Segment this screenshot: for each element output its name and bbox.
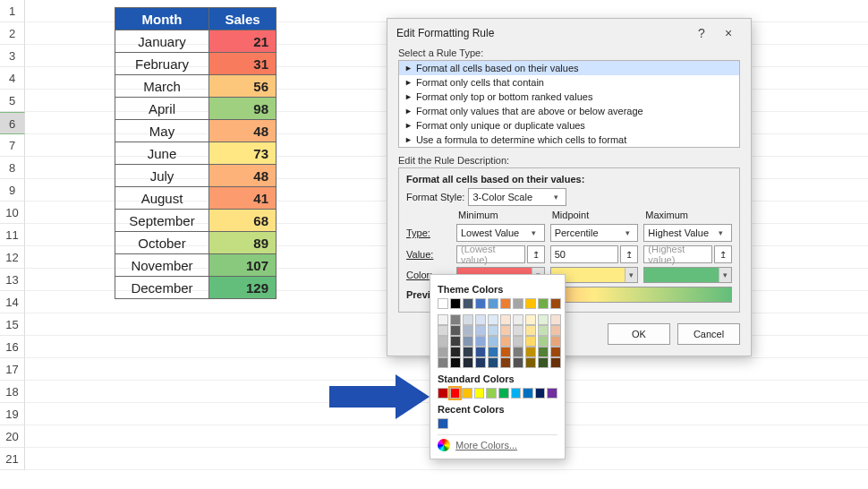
cancel-button[interactable]: Cancel [677, 323, 740, 345]
color-swatch[interactable] [550, 336, 561, 347]
color-swatch[interactable] [450, 314, 461, 325]
color-swatch[interactable] [511, 388, 522, 399]
table-row[interactable]: June73 [115, 142, 277, 165]
cell-sales[interactable]: 56 [209, 75, 277, 98]
color-swatch[interactable] [498, 388, 509, 399]
color-swatch[interactable] [463, 357, 473, 368]
color-swatch[interactable] [513, 347, 523, 357]
cell-sales[interactable]: 68 [209, 210, 277, 232]
rule-type-item[interactable]: ►Format only top or bottom ranked values [399, 90, 739, 104]
rule-type-item[interactable]: ►Format only values that are above or be… [399, 104, 739, 118]
color-swatch[interactable] [438, 347, 448, 357]
cell-month[interactable]: January [115, 30, 209, 53]
color-swatch[interactable] [513, 314, 523, 325]
color-swatch[interactable] [525, 336, 536, 347]
row-header[interactable]: 9 [0, 179, 25, 202]
color-swatch[interactable] [538, 347, 549, 357]
row-header[interactable]: 21 [0, 448, 25, 470]
color-swatch[interactable] [488, 357, 498, 368]
color-swatch[interactable] [513, 325, 523, 336]
row-header[interactable]: 19 [0, 403, 25, 425]
color-swatch[interactable] [463, 325, 473, 336]
color-swatch[interactable] [513, 336, 523, 347]
rule-type-list[interactable]: ►Format all cells based on their values►… [398, 60, 740, 148]
color-swatch[interactable] [438, 314, 448, 325]
color-swatch[interactable] [438, 298, 448, 309]
color-swatch[interactable] [547, 388, 557, 399]
color-swatch[interactable] [475, 336, 486, 347]
cell-month[interactable]: November [115, 254, 209, 277]
color-swatch[interactable] [463, 298, 473, 309]
cell-month[interactable]: May [115, 120, 209, 142]
color-swatch[interactable] [463, 314, 473, 325]
cell-sales[interactable]: 41 [209, 187, 277, 210]
row-header[interactable]: 10 [0, 202, 25, 224]
row-header[interactable]: 8 [0, 157, 25, 179]
color-swatch[interactable] [463, 336, 473, 347]
table-row[interactable]: November107 [115, 254, 277, 277]
row-header[interactable]: 18 [0, 381, 25, 403]
table-row[interactable]: May48 [115, 120, 277, 142]
cell-sales[interactable]: 73 [209, 142, 277, 165]
color-swatch[interactable] [525, 347, 536, 357]
color-swatch[interactable] [525, 314, 536, 325]
format-style-combo[interactable]: 3-Color Scale▾ [468, 188, 566, 206]
row-header[interactable]: 4 [0, 67, 25, 90]
row-header[interactable]: 15 [0, 313, 25, 336]
table-row[interactable]: July48 [115, 165, 277, 187]
close-button[interactable]: × [715, 26, 742, 40]
color-swatch[interactable] [450, 298, 461, 309]
color-swatch[interactable] [550, 347, 561, 357]
row-header[interactable]: 7 [0, 134, 25, 157]
type-max-combo[interactable]: Highest Value▾ [643, 224, 732, 242]
row-header[interactable]: 16 [0, 336, 25, 358]
cell-sales[interactable]: 31 [209, 53, 277, 75]
cell-month[interactable]: June [115, 142, 209, 165]
color-swatch[interactable] [535, 388, 546, 399]
cell-sales[interactable]: 107 [209, 254, 277, 277]
table-row[interactable]: March56 [115, 75, 277, 98]
color-swatch[interactable] [500, 298, 511, 309]
color-swatch[interactable] [550, 357, 561, 368]
row-header[interactable]: 2 [0, 22, 25, 45]
table-row[interactable]: September68 [115, 210, 277, 232]
color-swatch[interactable] [538, 314, 549, 325]
ok-button[interactable]: OK [608, 323, 670, 345]
color-swatch[interactable] [488, 347, 498, 357]
help-button[interactable]: ? [688, 26, 715, 40]
row-header[interactable]: 20 [0, 425, 25, 448]
cell-month[interactable]: February [115, 53, 209, 75]
row-header[interactable]: 12 [0, 246, 25, 269]
color-swatch[interactable] [550, 325, 561, 336]
rule-type-item[interactable]: ►Use a formula to determine which cells … [399, 133, 739, 147]
row-header[interactable]: 17 [0, 358, 25, 381]
color-swatch[interactable] [438, 325, 448, 336]
color-swatch[interactable] [475, 325, 486, 336]
cell-sales[interactable]: 48 [209, 120, 277, 142]
color-swatch[interactable] [550, 298, 561, 309]
color-swatch[interactable] [450, 347, 461, 357]
color-swatch[interactable] [475, 314, 486, 325]
color-swatch[interactable] [475, 347, 486, 357]
cell-sales[interactable]: 48 [209, 165, 277, 187]
value-mid-input[interactable]: 50 [550, 245, 619, 263]
table-row[interactable]: April98 [115, 98, 277, 120]
color-swatch[interactable] [500, 357, 511, 368]
color-swatch[interactable] [475, 298, 486, 309]
color-swatch[interactable] [523, 388, 533, 399]
color-swatch[interactable] [438, 418, 448, 429]
row-header[interactable]: 1 [0, 0, 25, 22]
row-header[interactable]: 13 [0, 269, 25, 291]
cell-sales[interactable]: 21 [209, 30, 277, 53]
cell-sales[interactable]: 98 [209, 98, 277, 120]
color-swatch[interactable] [438, 357, 448, 368]
color-swatch[interactable] [450, 388, 461, 399]
color-swatch[interactable] [538, 357, 549, 368]
color-swatch[interactable] [474, 388, 485, 399]
color-swatch[interactable] [525, 298, 536, 309]
rule-type-item[interactable]: ►Format only cells that contain [399, 75, 739, 90]
color-swatch[interactable] [488, 336, 498, 347]
cell-month[interactable]: April [115, 98, 209, 120]
color-swatch[interactable] [438, 388, 448, 399]
table-row[interactable]: February31 [115, 53, 277, 75]
